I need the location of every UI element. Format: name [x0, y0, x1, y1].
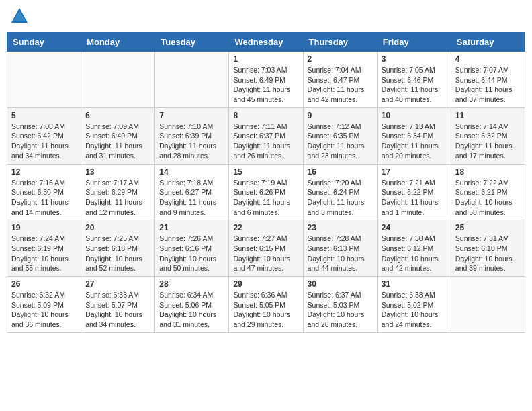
calendar-cell	[451, 277, 525, 333]
calendar-cell: 29Sunrise: 6:36 AMSunset: 5:05 PMDayligh…	[229, 277, 303, 333]
calendar-cell: 15Sunrise: 7:19 AMSunset: 6:26 PMDayligh…	[229, 164, 303, 220]
day-number: 3	[382, 54, 447, 64]
calendar-cell: 16Sunrise: 7:20 AMSunset: 6:24 PMDayligh…	[303, 164, 377, 220]
day-info: Sunrise: 7:04 AMSunset: 6:47 PMDaylight:…	[308, 65, 373, 105]
day-info: Sunrise: 7:17 AMSunset: 6:29 PMDaylight:…	[85, 178, 150, 218]
calendar-week-row: 1Sunrise: 7:03 AMSunset: 6:49 PMDaylight…	[7, 52, 525, 108]
day-number: 2	[308, 54, 373, 64]
page: SundayMondayTuesdayWednesdayThursdayFrid…	[0, 0, 532, 340]
calendar-cell	[155, 52, 229, 108]
calendar-cell: 14Sunrise: 7:18 AMSunset: 6:27 PMDayligh…	[155, 164, 229, 220]
day-info: Sunrise: 6:33 AMSunset: 5:07 PMDaylight:…	[85, 290, 150, 330]
day-number: 26	[11, 279, 77, 289]
calendar-header-thursday: Thursday	[303, 33, 377, 52]
day-number: 8	[233, 111, 298, 120]
day-info: Sunrise: 7:22 AMSunset: 6:21 PMDaylight:…	[455, 178, 521, 218]
day-number: 10	[382, 111, 447, 120]
day-info: Sunrise: 7:16 AMSunset: 6:30 PMDaylight:…	[11, 178, 77, 218]
calendar-cell: 13Sunrise: 7:17 AMSunset: 6:29 PMDayligh…	[81, 164, 155, 220]
day-info: Sunrise: 7:25 AMSunset: 6:18 PMDaylight:…	[85, 234, 150, 273]
logo	[10, 7, 32, 26]
day-info: Sunrise: 6:32 AMSunset: 5:09 PMDaylight:…	[11, 290, 77, 330]
calendar-cell: 8Sunrise: 7:11 AMSunset: 6:37 PMDaylight…	[229, 107, 303, 164]
day-info: Sunrise: 7:14 AMSunset: 6:32 PMDaylight:…	[455, 122, 521, 161]
day-number: 27	[85, 279, 150, 289]
calendar-cell: 28Sunrise: 6:34 AMSunset: 5:06 PMDayligh…	[155, 277, 229, 333]
day-info: Sunrise: 7:09 AMSunset: 6:40 PMDaylight:…	[85, 122, 150, 161]
calendar-cell: 9Sunrise: 7:12 AMSunset: 6:35 PMDaylight…	[303, 107, 377, 164]
day-info: Sunrise: 7:03 AMSunset: 6:49 PMDaylight:…	[233, 65, 298, 105]
day-number: 11	[455, 111, 521, 120]
day-number: 5	[11, 111, 77, 120]
day-number: 29	[233, 279, 298, 289]
calendar-cell: 22Sunrise: 7:27 AMSunset: 6:15 PMDayligh…	[229, 220, 303, 277]
calendar-cell: 27Sunrise: 6:33 AMSunset: 5:07 PMDayligh…	[81, 277, 155, 333]
day-number: 14	[159, 167, 224, 177]
calendar-cell: 25Sunrise: 7:31 AMSunset: 6:10 PMDayligh…	[451, 220, 525, 277]
svg-marker-1	[13, 11, 26, 21]
calendar-cell: 2Sunrise: 7:04 AMSunset: 6:47 PMDaylight…	[303, 52, 377, 108]
calendar-cell: 18Sunrise: 7:22 AMSunset: 6:21 PMDayligh…	[451, 164, 525, 220]
day-info: Sunrise: 7:12 AMSunset: 6:35 PMDaylight:…	[308, 122, 373, 161]
calendar-body: 1Sunrise: 7:03 AMSunset: 6:49 PMDaylight…	[7, 52, 525, 333]
day-number: 15	[233, 167, 298, 177]
calendar-week-row: 5Sunrise: 7:08 AMSunset: 6:42 PMDaylight…	[7, 107, 525, 164]
calendar-cell: 11Sunrise: 7:14 AMSunset: 6:32 PMDayligh…	[451, 107, 525, 164]
day-info: Sunrise: 7:08 AMSunset: 6:42 PMDaylight:…	[11, 122, 77, 161]
day-number: 13	[85, 167, 150, 177]
day-info: Sunrise: 7:18 AMSunset: 6:27 PMDaylight:…	[159, 178, 224, 218]
calendar-cell: 19Sunrise: 7:24 AMSunset: 6:19 PMDayligh…	[7, 220, 81, 277]
day-info: Sunrise: 7:19 AMSunset: 6:26 PMDaylight:…	[233, 178, 298, 218]
day-number: 30	[308, 279, 373, 289]
day-info: Sunrise: 7:10 AMSunset: 6:39 PMDaylight:…	[159, 122, 224, 161]
calendar-cell: 17Sunrise: 7:21 AMSunset: 6:22 PMDayligh…	[377, 164, 451, 220]
logo-icon	[10, 7, 29, 26]
day-info: Sunrise: 7:21 AMSunset: 6:22 PMDaylight:…	[382, 178, 447, 218]
day-number: 12	[11, 167, 77, 177]
calendar-header-sunday: Sunday	[7, 33, 81, 52]
calendar-cell: 30Sunrise: 6:37 AMSunset: 5:03 PMDayligh…	[303, 277, 377, 333]
calendar-week-row: 26Sunrise: 6:32 AMSunset: 5:09 PMDayligh…	[7, 277, 525, 333]
day-info: Sunrise: 7:20 AMSunset: 6:24 PMDaylight:…	[308, 178, 373, 218]
calendar-week-row: 12Sunrise: 7:16 AMSunset: 6:30 PMDayligh…	[7, 164, 525, 220]
calendar-header-saturday: Saturday	[451, 33, 525, 52]
day-info: Sunrise: 6:36 AMSunset: 5:05 PMDaylight:…	[233, 290, 298, 330]
header	[7, 7, 525, 26]
calendar-header-monday: Monday	[81, 33, 155, 52]
day-number: 17	[382, 167, 447, 177]
calendar-cell: 31Sunrise: 6:38 AMSunset: 5:02 PMDayligh…	[377, 277, 451, 333]
day-number: 6	[85, 111, 150, 120]
day-number: 31	[382, 279, 447, 289]
calendar-week-row: 19Sunrise: 7:24 AMSunset: 6:19 PMDayligh…	[7, 220, 525, 277]
calendar-cell: 4Sunrise: 7:07 AMSunset: 6:44 PMDaylight…	[451, 52, 525, 108]
calendar-cell: 12Sunrise: 7:16 AMSunset: 6:30 PMDayligh…	[7, 164, 81, 220]
day-number: 24	[382, 223, 447, 232]
day-info: Sunrise: 7:31 AMSunset: 6:10 PMDaylight:…	[455, 234, 521, 273]
calendar-cell: 23Sunrise: 7:28 AMSunset: 6:13 PMDayligh…	[303, 220, 377, 277]
day-number: 9	[308, 111, 373, 120]
calendar-cell: 3Sunrise: 7:05 AMSunset: 6:46 PMDaylight…	[377, 52, 451, 108]
day-info: Sunrise: 7:11 AMSunset: 6:37 PMDaylight:…	[233, 122, 298, 161]
day-number: 1	[233, 54, 298, 64]
calendar-cell: 24Sunrise: 7:30 AMSunset: 6:12 PMDayligh…	[377, 220, 451, 277]
day-number: 25	[455, 223, 521, 232]
day-number: 28	[159, 279, 224, 289]
calendar-cell: 6Sunrise: 7:09 AMSunset: 6:40 PMDaylight…	[81, 107, 155, 164]
day-info: Sunrise: 6:38 AMSunset: 5:02 PMDaylight:…	[382, 290, 447, 330]
calendar-header-wednesday: Wednesday	[229, 33, 303, 52]
calendar-cell	[81, 52, 155, 108]
day-number: 18	[455, 167, 521, 177]
calendar-cell: 21Sunrise: 7:26 AMSunset: 6:16 PMDayligh…	[155, 220, 229, 277]
calendar-cell: 5Sunrise: 7:08 AMSunset: 6:42 PMDaylight…	[7, 107, 81, 164]
day-number: 7	[159, 111, 224, 120]
day-number: 21	[159, 223, 224, 232]
day-info: Sunrise: 6:34 AMSunset: 5:06 PMDaylight:…	[159, 290, 224, 330]
day-info: Sunrise: 7:13 AMSunset: 6:34 PMDaylight:…	[382, 122, 447, 161]
calendar-cell: 1Sunrise: 7:03 AMSunset: 6:49 PMDaylight…	[229, 52, 303, 108]
calendar-header-row: SundayMondayTuesdayWednesdayThursdayFrid…	[7, 33, 525, 52]
day-info: Sunrise: 7:26 AMSunset: 6:16 PMDaylight:…	[159, 234, 224, 273]
calendar-cell: 26Sunrise: 6:32 AMSunset: 5:09 PMDayligh…	[7, 277, 81, 333]
day-number: 4	[455, 54, 521, 64]
calendar-cell: 10Sunrise: 7:13 AMSunset: 6:34 PMDayligh…	[377, 107, 451, 164]
day-info: Sunrise: 7:05 AMSunset: 6:46 PMDaylight:…	[382, 65, 447, 105]
